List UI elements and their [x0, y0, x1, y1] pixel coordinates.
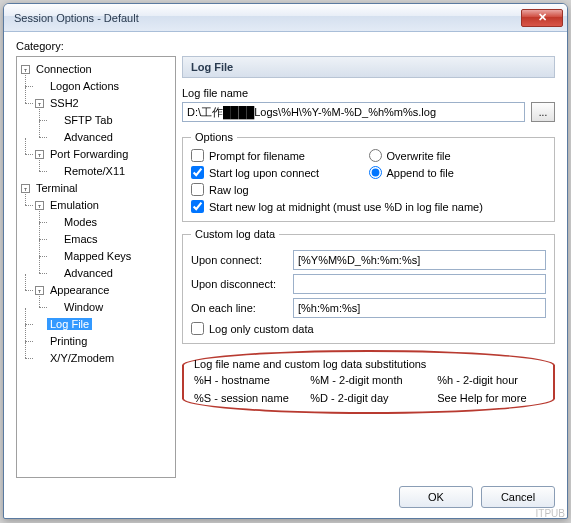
- titlebar: Session Options - Default ✕: [4, 4, 567, 32]
- append-radio-input[interactable]: [369, 166, 382, 179]
- tree-logon-actions[interactable]: Logon Actions: [47, 80, 122, 92]
- settings-pane: Log File Log file name ... Options Promp…: [182, 56, 555, 478]
- category-tree[interactable]: -Connection Logon Actions -SSH2 SFTP Tab…: [16, 56, 176, 478]
- prompt-checkbox[interactable]: Prompt for filename: [191, 149, 369, 162]
- each-line-label: On each line:: [191, 302, 287, 314]
- log-file-name-label: Log file name: [182, 87, 248, 99]
- sub-m-month: %M - 2-digit month: [310, 374, 437, 386]
- upon-disconnect-input[interactable]: [293, 274, 546, 294]
- sub-s-session: %S - session name: [194, 392, 310, 404]
- options-fieldset: Options Prompt for filename Overwrite fi…: [182, 131, 555, 222]
- each-line-input[interactable]: [293, 298, 546, 318]
- substitutions-box: Log file name and custom log data substi…: [182, 350, 555, 414]
- close-button[interactable]: ✕: [521, 9, 563, 27]
- dialog-window: Session Options - Default ✕ Category: -C…: [3, 3, 568, 519]
- tree-mapped-keys[interactable]: Mapped Keys: [61, 250, 134, 262]
- tree-remote-x11[interactable]: Remote/X11: [61, 165, 128, 177]
- raw-log-input[interactable]: [191, 183, 204, 196]
- tree-emacs[interactable]: Emacs: [61, 233, 101, 245]
- log-only-custom-input[interactable]: [191, 322, 204, 335]
- tree-emu-advanced[interactable]: Advanced: [61, 267, 116, 279]
- log-file-name-group: Log file name ...: [182, 84, 555, 125]
- dialog-buttons: OK Cancel: [16, 478, 555, 508]
- raw-log-checkbox[interactable]: Raw log: [191, 183, 546, 196]
- browse-button[interactable]: ...: [531, 102, 555, 122]
- tree-appearance[interactable]: Appearance: [47, 284, 112, 296]
- cancel-button[interactable]: Cancel: [481, 486, 555, 508]
- custom-log-legend: Custom log data: [191, 228, 279, 240]
- dialog-body: Category: -Connection Logon Actions -SSH…: [4, 32, 567, 518]
- tree-xyzmodem[interactable]: X/Y/Zmodem: [47, 352, 117, 364]
- sub-h-host: %H - hostname: [194, 374, 310, 386]
- tree-connection[interactable]: Connection: [33, 63, 95, 75]
- category-label: Category:: [16, 40, 555, 52]
- close-icon: ✕: [538, 11, 547, 24]
- tree-printing[interactable]: Printing: [47, 335, 90, 347]
- upon-disconnect-label: Upon disconnect:: [191, 278, 287, 290]
- panels: -Connection Logon Actions -SSH2 SFTP Tab…: [16, 56, 555, 478]
- tree-emulation[interactable]: Emulation: [47, 199, 102, 211]
- tree-ssh2[interactable]: SSH2: [47, 97, 82, 109]
- substitutions-title: Log file name and custom log data substi…: [194, 358, 543, 370]
- ok-button[interactable]: OK: [399, 486, 473, 508]
- sub-h-hour: %h - 2-digit hour: [437, 374, 543, 386]
- midnight-input[interactable]: [191, 200, 204, 213]
- tree-log-file[interactable]: Log File: [47, 318, 92, 330]
- options-legend: Options: [191, 131, 237, 143]
- upon-connect-input[interactable]: [293, 250, 546, 270]
- tree-terminal[interactable]: Terminal: [33, 182, 81, 194]
- section-header: Log File: [182, 56, 555, 78]
- tree-modes[interactable]: Modes: [61, 216, 100, 228]
- append-radio[interactable]: Append to file: [369, 166, 547, 179]
- sub-d-day: %D - 2-digit day: [310, 392, 437, 404]
- start-on-connect-input[interactable]: [191, 166, 204, 179]
- tree-sftp-tab[interactable]: SFTP Tab: [61, 114, 116, 126]
- window-title: Session Options - Default: [14, 12, 521, 24]
- prompt-checkbox-input[interactable]: [191, 149, 204, 162]
- overwrite-radio[interactable]: Overwrite file: [369, 149, 547, 162]
- sub-see-help: See Help for more: [437, 392, 543, 404]
- tree-port-forwarding[interactable]: Port Forwarding: [47, 148, 131, 160]
- log-file-path-input[interactable]: [182, 102, 525, 122]
- tree-ssh2-advanced[interactable]: Advanced: [61, 131, 116, 143]
- upon-connect-label: Upon connect:: [191, 254, 287, 266]
- overwrite-radio-input[interactable]: [369, 149, 382, 162]
- custom-log-fieldset: Custom log data Upon connect: Upon disco…: [182, 228, 555, 344]
- tree-window[interactable]: Window: [61, 301, 106, 313]
- start-on-connect-checkbox[interactable]: Start log upon connect: [191, 166, 369, 179]
- log-only-custom-checkbox[interactable]: Log only custom data: [191, 322, 546, 335]
- midnight-checkbox[interactable]: Start new log at midnight (must use %D i…: [191, 200, 546, 213]
- watermark: ITPUB: [536, 508, 565, 519]
